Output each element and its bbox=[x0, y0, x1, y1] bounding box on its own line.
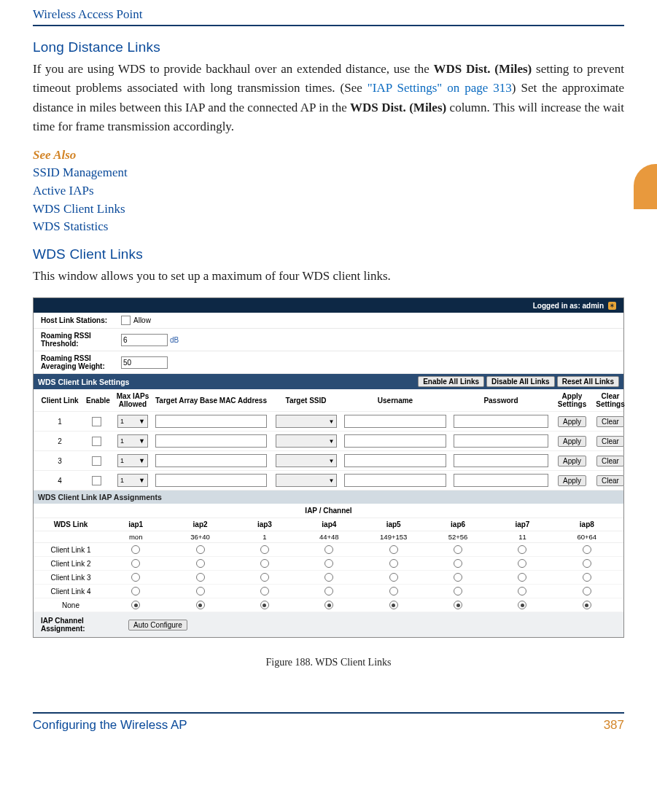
enable-checkbox[interactable] bbox=[92, 417, 101, 426]
iap-assignments-band: WDS Client Link IAP Assignments bbox=[34, 491, 623, 504]
clear-button[interactable]: Clear bbox=[596, 416, 624, 427]
target-mac-input[interactable] bbox=[155, 415, 268, 428]
iap-ch: 1 bbox=[233, 533, 297, 541]
col-clear: Clear Settings bbox=[592, 392, 629, 408]
target-ssid-select[interactable]: ▼ bbox=[276, 415, 337, 428]
target-mac-input[interactable] bbox=[155, 474, 268, 487]
max-iaps-select[interactable]: 1▼ bbox=[117, 474, 148, 487]
iap-radio[interactable] bbox=[131, 559, 140, 568]
wds-client-links-figure: Logged in as: admin ✶ Host Link Stations… bbox=[33, 297, 624, 638]
roaming-rssi-avg-input[interactable] bbox=[121, 356, 168, 369]
apply-button[interactable]: Apply bbox=[558, 436, 586, 447]
iap-data-row: None bbox=[34, 598, 623, 612]
max-iaps-select[interactable]: 1▼ bbox=[117, 454, 148, 467]
iap-radio[interactable] bbox=[389, 587, 398, 596]
figure-caption: Figure 188. WDS Client Links bbox=[33, 657, 624, 668]
iap-name: iap2 bbox=[168, 520, 232, 528]
iap-radio[interactable] bbox=[260, 545, 269, 554]
iap-radio[interactable] bbox=[389, 573, 398, 582]
apply-button[interactable]: Apply bbox=[558, 416, 586, 427]
iap-radio[interactable] bbox=[518, 545, 526, 554]
iap-radio[interactable] bbox=[389, 601, 398, 609]
iap-radio[interactable] bbox=[454, 601, 462, 609]
iap-radio[interactable] bbox=[131, 601, 140, 609]
iap-radio[interactable] bbox=[196, 587, 205, 596]
iap-radio[interactable] bbox=[518, 587, 526, 596]
iap-radio[interactable] bbox=[196, 545, 205, 554]
iap-radio[interactable] bbox=[260, 573, 269, 582]
enable-checkbox[interactable] bbox=[92, 476, 101, 485]
iap-radio[interactable] bbox=[389, 545, 398, 554]
roaming-rssi-threshold-input[interactable] bbox=[121, 334, 168, 346]
iap-radio[interactable] bbox=[454, 573, 462, 582]
iap-radio[interactable] bbox=[324, 559, 333, 568]
disable-all-links-button[interactable]: Disable All Links bbox=[486, 376, 555, 387]
apply-button[interactable]: Apply bbox=[558, 475, 586, 486]
logged-in-text: Logged in as: admin bbox=[533, 302, 604, 310]
iap-radio[interactable] bbox=[389, 559, 398, 568]
enable-checkbox[interactable] bbox=[92, 456, 101, 466]
see-also-link[interactable]: WDS Statistics bbox=[33, 218, 624, 236]
clear-button[interactable]: Clear bbox=[596, 436, 624, 447]
iap-settings-link[interactable]: "IAP Settings" on page 313 bbox=[368, 81, 512, 95]
clear-button[interactable]: Clear bbox=[596, 456, 624, 466]
iap-radio[interactable] bbox=[583, 545, 591, 554]
iap-radio[interactable] bbox=[583, 587, 591, 596]
password-input[interactable] bbox=[454, 415, 549, 428]
iap-radio[interactable] bbox=[583, 601, 591, 609]
target-ssid-select[interactable]: ▼ bbox=[276, 434, 337, 448]
iap-radio[interactable] bbox=[324, 587, 333, 596]
settings-table-header: Client Link Enable Max IAPs Allowed Targ… bbox=[34, 389, 623, 412]
password-input[interactable] bbox=[454, 434, 549, 448]
table-row: 1 1▼ ▼ Apply Clear bbox=[34, 412, 623, 432]
target-ssid-select[interactable]: ▼ bbox=[276, 454, 337, 467]
iap-radio[interactable] bbox=[131, 587, 140, 596]
enable-checkbox[interactable] bbox=[92, 437, 101, 446]
iap-radio[interactable] bbox=[196, 573, 205, 582]
iap-radio[interactable] bbox=[324, 573, 333, 582]
iap-radio[interactable] bbox=[260, 587, 269, 596]
max-iaps-select[interactable]: 1▼ bbox=[117, 415, 148, 428]
iap-radio[interactable] bbox=[583, 559, 591, 568]
username-input[interactable] bbox=[344, 434, 446, 448]
auto-configure-button[interactable]: Auto Configure bbox=[128, 620, 187, 631]
clear-button[interactable]: Clear bbox=[596, 475, 624, 486]
username-input[interactable] bbox=[344, 415, 446, 428]
iap-radio[interactable] bbox=[260, 559, 269, 568]
reset-all-links-button[interactable]: Reset All Links bbox=[557, 376, 619, 387]
see-also-link[interactable]: SSID Management bbox=[33, 164, 624, 182]
iap-radio[interactable] bbox=[131, 573, 140, 582]
footer-left: Configuring the Wireless AP bbox=[33, 718, 187, 733]
iap-radio[interactable] bbox=[324, 545, 333, 554]
see-also-link[interactable]: WDS Client Links bbox=[33, 200, 624, 219]
iap-radio[interactable] bbox=[324, 601, 333, 609]
iap-radio[interactable] bbox=[196, 559, 205, 568]
iap-radio[interactable] bbox=[518, 601, 526, 609]
target-ssid-select[interactable]: ▼ bbox=[276, 474, 337, 487]
iap-radio[interactable] bbox=[454, 587, 462, 596]
roaming-rssi-threshold-label: Roaming RSSI Threshold: bbox=[41, 332, 121, 348]
password-input[interactable] bbox=[454, 454, 549, 467]
iap-name: iap1 bbox=[104, 520, 168, 528]
max-iaps-select[interactable]: 1▼ bbox=[117, 434, 148, 448]
iap-radio[interactable] bbox=[196, 601, 205, 609]
roaming-rssi-threshold-row: Roaming RSSI Threshold: dB bbox=[34, 329, 623, 351]
apply-button[interactable]: Apply bbox=[558, 456, 586, 466]
iap-radio[interactable] bbox=[454, 559, 462, 568]
target-mac-input[interactable] bbox=[155, 454, 268, 467]
username-input[interactable] bbox=[344, 454, 446, 467]
iap-radio[interactable] bbox=[260, 601, 269, 609]
iap-radio[interactable] bbox=[583, 573, 591, 582]
iap-radio[interactable] bbox=[518, 573, 526, 582]
see-also-link[interactable]: Active IAPs bbox=[33, 182, 624, 200]
allow-label: Allow bbox=[133, 316, 151, 324]
username-input[interactable] bbox=[344, 474, 446, 487]
iap-radio[interactable] bbox=[131, 545, 140, 554]
gear-icon[interactable]: ✶ bbox=[608, 302, 616, 310]
allow-checkbox[interactable] bbox=[121, 316, 131, 325]
password-input[interactable] bbox=[454, 474, 549, 487]
iap-radio[interactable] bbox=[518, 559, 526, 568]
iap-radio[interactable] bbox=[454, 545, 462, 554]
target-mac-input[interactable] bbox=[155, 434, 268, 448]
enable-all-links-button[interactable]: Enable All Links bbox=[418, 376, 484, 387]
